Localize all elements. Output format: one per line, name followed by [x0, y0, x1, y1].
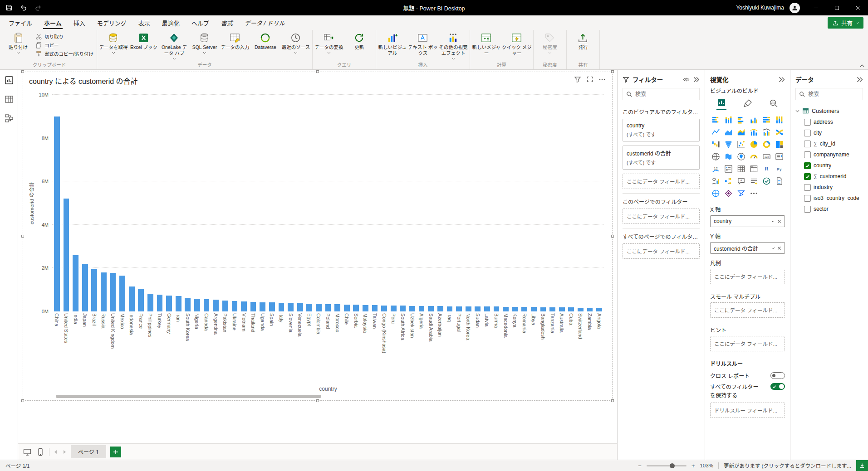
minimize-button[interactable]: [805, 0, 826, 15]
resize-handle[interactable]: [316, 70, 319, 73]
field-row-iso3_country_code[interactable]: iso3_country_code: [790, 193, 868, 204]
visual-type-key-influencers[interactable]: [710, 175, 722, 186]
close-button[interactable]: [847, 0, 868, 15]
visual-type-line-clustered-column[interactable]: [760, 126, 772, 137]
bar[interactable]: [286, 95, 295, 311]
field-well-drop-zone[interactable]: ここにデータ フィールド...: [710, 302, 785, 318]
bar[interactable]: [192, 95, 202, 311]
field-row-city_id[interactable]: ∑city_id: [790, 138, 868, 149]
table-view-icon[interactable]: [4, 94, 14, 104]
next-page-icon[interactable]: [62, 450, 67, 454]
build-visual-tab-icon[interactable]: [716, 97, 726, 110]
field-checkbox[interactable]: [804, 141, 811, 147]
bar[interactable]: [52, 95, 62, 311]
bar[interactable]: [464, 95, 473, 311]
field-checkbox[interactable]: [804, 162, 811, 169]
bar[interactable]: [361, 95, 370, 311]
bar[interactable]: [118, 95, 127, 311]
filter-drop-zone[interactable]: ここにデータ フィールド...: [623, 209, 700, 224]
bar[interactable]: [585, 95, 595, 311]
filter-search-input[interactable]: [635, 91, 696, 97]
field-checkbox[interactable]: [804, 206, 811, 213]
ribbon-tab-1[interactable]: ホーム: [38, 15, 68, 30]
visual-type-power-apps[interactable]: [723, 188, 735, 199]
visual-type-smart-narrative[interactable]: [748, 175, 760, 186]
visual-type-clustered-bar[interactable]: [736, 114, 747, 125]
ribbon-tab-7[interactable]: 書式: [215, 15, 239, 30]
remove-field-icon[interactable]: [777, 246, 781, 250]
ribbon-button-copy[interactable]: コピー: [34, 41, 95, 49]
zoom-out-button[interactable]: −: [638, 462, 642, 469]
bar[interactable]: [295, 95, 305, 311]
visual-type-area[interactable]: [723, 126, 735, 137]
ribbon-button-new-measure[interactable]: 新しいメジャー: [471, 30, 501, 61]
visual-type-kpi[interactable]: 12: [710, 163, 722, 174]
resize-handle[interactable]: [611, 399, 614, 402]
bar[interactable]: [548, 95, 557, 311]
field-row-customerid[interactable]: ∑customerid: [790, 171, 868, 182]
visual-type-100-stacked-column[interactable]: [773, 114, 785, 125]
visual-type-card[interactable]: 123: [760, 151, 772, 162]
bar[interactable]: [277, 95, 286, 311]
avatar[interactable]: [790, 3, 800, 13]
desktop-layout-icon[interactable]: [23, 447, 32, 456]
resize-handle[interactable]: [611, 70, 614, 73]
bar[interactable]: [352, 95, 361, 311]
bar[interactable]: [239, 95, 249, 311]
ribbon-tab-0[interactable]: ファイル: [3, 15, 38, 30]
bar[interactable]: [398, 95, 408, 311]
bar[interactable]: [342, 95, 352, 311]
visual-type-map[interactable]: [710, 151, 722, 162]
ribbon-button-painter[interactable]: 書式のコピー/貼り付け: [34, 50, 95, 58]
report-page[interactable]: country による customerid の合計 customerid の合…: [18, 70, 617, 443]
chart-horizontal-scrollbar[interactable]: [56, 395, 321, 398]
zoom-slider-thumb[interactable]: [670, 463, 675, 468]
focus-mode-icon[interactable]: [586, 76, 593, 83]
bar[interactable]: [211, 95, 221, 311]
field-chip[interactable]: customerid の合計: [710, 242, 785, 254]
bar[interactable]: [71, 95, 80, 311]
field-row-country[interactable]: country: [790, 160, 868, 171]
bar[interactable]: [267, 95, 277, 311]
update-notice[interactable]: 更新があります (クリックするとダウンロードします...: [724, 462, 851, 469]
visual-type-azure-map[interactable]: [736, 151, 747, 162]
maximize-button[interactable]: [826, 0, 847, 15]
field-checkbox[interactable]: [804, 173, 811, 180]
visual-type-scatter[interactable]: [736, 139, 747, 150]
format-visual-tab-icon[interactable]: [743, 98, 753, 110]
bar[interactable]: [510, 95, 520, 311]
bar[interactable]: [370, 95, 380, 311]
bar[interactable]: [314, 95, 324, 311]
ribbon-button-recent[interactable]: 最近のソース: [281, 30, 311, 61]
ribbon-button-publish[interactable]: 発行: [568, 30, 598, 61]
ribbon-button-paste[interactable]: 貼り付け: [3, 30, 33, 61]
add-page-button[interactable]: [110, 447, 121, 457]
ribbon-button-sql[interactable]: SQL Server: [190, 30, 220, 61]
visual-type-paginated-report[interactable]: [773, 175, 785, 186]
filter-drop-zone[interactable]: ここにデータ フィールド...: [623, 243, 700, 259]
bar[interactable]: [473, 95, 482, 311]
ribbon-button-textbox[interactable]: テキスト ボックス: [408, 30, 438, 61]
chart-visual[interactable]: country による customerid の合計 customerid の合…: [23, 72, 613, 401]
visual-type-qa[interactable]: A: [736, 175, 747, 186]
ribbon-button-onelake[interactable]: OneLake データ ハブ: [159, 30, 189, 61]
bar[interactable]: [389, 95, 398, 311]
bar[interactable]: [333, 95, 342, 311]
visual-type-metrics[interactable]: [760, 175, 772, 186]
ribbon-button-refresh[interactable]: 更新: [344, 30, 374, 61]
bar[interactable]: [155, 95, 165, 311]
ribbon-button-quick-measure[interactable]: クイック メジャー: [502, 30, 532, 61]
mobile-layout-icon[interactable]: [36, 447, 45, 456]
field-checkbox[interactable]: [804, 184, 811, 191]
ribbon-button-transform[interactable]: データの変換: [314, 30, 344, 61]
bar[interactable]: [80, 95, 90, 311]
ribbon-button-get-data[interactable]: データを取得: [98, 30, 128, 61]
visual-type-decomposition-tree[interactable]: [723, 175, 735, 186]
bar[interactable]: [539, 95, 548, 311]
field-row-industry[interactable]: industry: [790, 182, 868, 193]
ribbon-tab-6[interactable]: ヘルプ: [186, 15, 215, 30]
visual-type-table[interactable]: [736, 163, 747, 174]
resize-handle[interactable]: [21, 235, 24, 238]
visual-type-matrix[interactable]: [748, 163, 760, 174]
more-options-icon[interactable]: [598, 76, 606, 83]
